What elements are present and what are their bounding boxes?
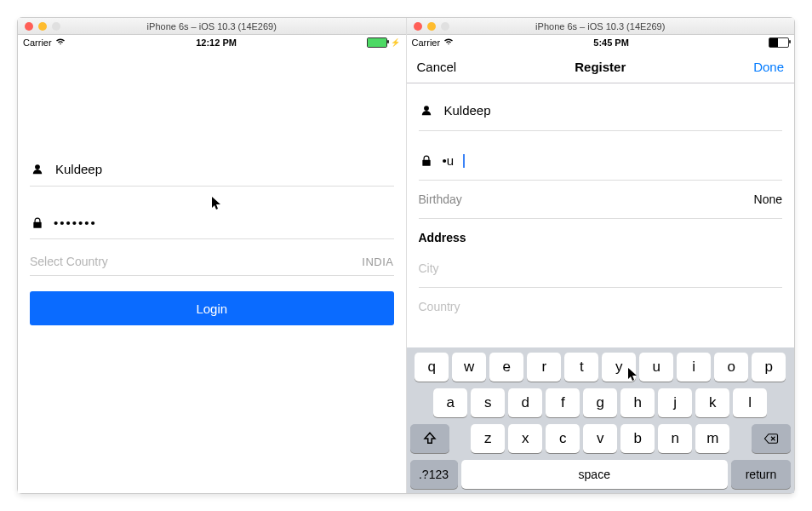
key-f[interactable]: f xyxy=(546,388,580,417)
keyboard-row-1: qwertyuiop xyxy=(410,353,792,382)
city-placeholder: City xyxy=(419,261,439,275)
keyboard-row-2: asdfghjkl xyxy=(410,388,792,417)
text-caret xyxy=(463,154,465,168)
login-form: ••••••• Select Country INDIA Login xyxy=(18,50,406,493)
status-bar: Carrier 12:12 PM ⚡ xyxy=(18,35,406,50)
return-key[interactable]: return xyxy=(731,460,791,489)
password-field[interactable]: ••••••• xyxy=(30,207,394,239)
shift-key[interactable] xyxy=(410,424,449,453)
key-c[interactable]: c xyxy=(546,424,580,453)
country-field[interactable]: Country xyxy=(419,288,783,325)
birthday-value: None xyxy=(754,192,782,206)
key-r[interactable]: r xyxy=(527,353,561,382)
status-time: 5:45 PM xyxy=(593,37,629,48)
key-d[interactable]: d xyxy=(508,388,542,417)
lock-icon xyxy=(30,217,45,229)
carrier-label: Carrier xyxy=(412,37,441,48)
window-title: iPhone 6s – iOS 10.3 (14E269) xyxy=(407,21,795,32)
charging-icon: ⚡ xyxy=(391,38,400,47)
keyboard-row-4: .?123 space return xyxy=(410,460,792,489)
status-time: 12:12 PM xyxy=(196,37,237,48)
done-button[interactable]: Done xyxy=(753,60,784,74)
key-m[interactable]: m xyxy=(695,424,729,453)
username-field[interactable] xyxy=(30,152,394,187)
simulator-register: iPhone 6s – iOS 10.3 (14E269) Carrier 5:… xyxy=(406,18,795,493)
username-input[interactable] xyxy=(54,161,394,177)
status-bar: Carrier 5:45 PM xyxy=(407,35,795,50)
key-s[interactable]: s xyxy=(471,388,505,417)
key-l[interactable]: l xyxy=(733,388,767,417)
register-form: •u Birthday None Address City Country qw… xyxy=(407,83,795,493)
key-k[interactable]: k xyxy=(695,388,729,417)
battery-icon xyxy=(769,37,789,48)
key-z[interactable]: z xyxy=(471,424,505,453)
key-g[interactable]: g xyxy=(583,388,617,417)
password-field[interactable]: •u xyxy=(419,141,783,181)
key-h[interactable]: h xyxy=(620,388,655,417)
key-v[interactable]: v xyxy=(583,424,617,453)
key-a[interactable]: a xyxy=(433,388,467,417)
login-button-label: Login xyxy=(196,301,227,316)
key-p[interactable]: p xyxy=(752,353,786,382)
key-w[interactable]: w xyxy=(452,353,486,382)
password-display: •u xyxy=(443,153,455,168)
key-q[interactable]: q xyxy=(415,353,449,382)
key-n[interactable]: n xyxy=(658,424,692,453)
nav-bar: Cancel Register Done xyxy=(407,50,795,83)
login-button[interactable]: Login xyxy=(30,291,394,325)
select-country-label: Select Country xyxy=(30,255,108,268)
lock-icon xyxy=(419,155,434,167)
space-key[interactable]: space xyxy=(461,460,729,489)
key-x[interactable]: x xyxy=(508,424,542,453)
key-u[interactable]: u xyxy=(639,353,673,382)
key-t[interactable]: t xyxy=(564,353,598,382)
key-i[interactable]: i xyxy=(677,353,711,382)
ios-keyboard: qwertyuiop asdfghjkl zxcvbnm .?123 space… xyxy=(407,347,795,493)
cancel-button[interactable]: Cancel xyxy=(417,60,457,74)
numbers-key[interactable]: .?123 xyxy=(410,460,458,489)
battery-icon xyxy=(367,37,387,48)
birthday-row[interactable]: Birthday None xyxy=(419,181,783,219)
key-y[interactable]: y xyxy=(602,353,636,382)
city-field[interactable]: City xyxy=(419,250,783,288)
keyboard-row-3: zxcvbnm xyxy=(410,424,792,453)
select-country-row[interactable]: Select Country INDIA xyxy=(30,239,394,276)
username-input[interactable] xyxy=(443,102,783,118)
wifi-icon xyxy=(55,37,66,48)
key-b[interactable]: b xyxy=(620,424,655,453)
wifi-icon xyxy=(443,37,454,48)
backspace-key[interactable] xyxy=(752,424,791,453)
address-label: Address xyxy=(419,231,466,244)
birthday-label: Birthday xyxy=(419,192,462,206)
simulator-login: iPhone 6s – iOS 10.3 (14E269) Carrier 12… xyxy=(18,18,406,493)
window-title: iPhone 6s – iOS 10.3 (14E269) xyxy=(18,21,406,32)
password-masked: ••••••• xyxy=(54,215,97,230)
key-o[interactable]: o xyxy=(714,353,748,382)
carrier-label: Carrier xyxy=(23,37,52,48)
window-titlebar: iPhone 6s – iOS 10.3 (14E269) xyxy=(407,18,795,35)
country-placeholder: Country xyxy=(419,300,460,313)
user-icon xyxy=(30,164,45,175)
nav-title: Register xyxy=(407,60,795,74)
selected-country-value: INDIA xyxy=(362,256,393,268)
key-e[interactable]: e xyxy=(489,353,523,382)
key-j[interactable]: j xyxy=(658,388,692,417)
user-icon xyxy=(419,105,434,117)
username-field[interactable] xyxy=(419,90,783,131)
window-titlebar: iPhone 6s – iOS 10.3 (14E269) xyxy=(18,18,406,35)
address-row: Address xyxy=(419,219,783,250)
